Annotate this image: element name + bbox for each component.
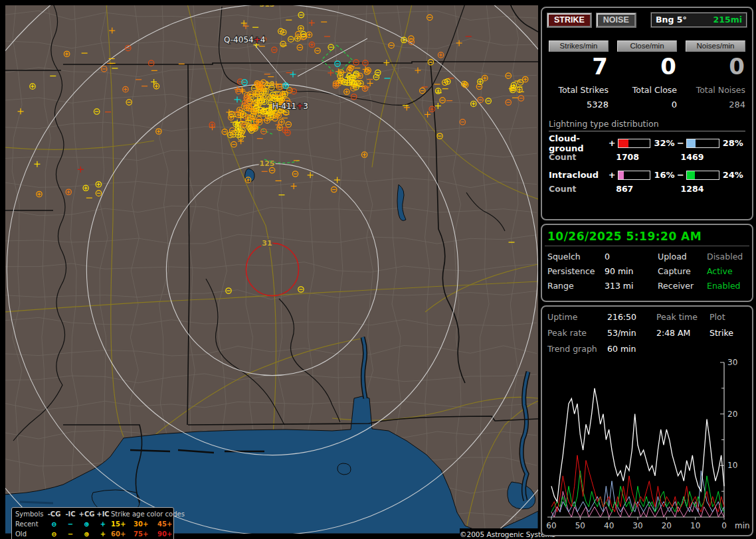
peak-rate-label: Peak rate <box>547 328 607 338</box>
peak-rate-value: 53/min <box>607 328 656 338</box>
lightning-map[interactable]: 31125219313 Q-4054+4H-411+3 Symbols -CG … <box>5 5 538 534</box>
squelch-label: Squelch <box>547 252 605 262</box>
cloud-ground-row: Cloud-ground + 32% − 28% <box>549 137 745 150</box>
ic-negative-pct: 24% <box>721 170 745 180</box>
close-per-min-value: 0 <box>617 55 677 79</box>
count-label: Count <box>549 184 616 194</box>
count-label: Count <box>549 152 616 162</box>
receiver-status: Enabled <box>707 281 747 291</box>
upload-status: Disabled <box>707 252 747 262</box>
svg-text:31: 31 <box>262 239 272 248</box>
svg-text:20: 20 <box>727 410 737 419</box>
peak-time-value: 2:48 AM <box>656 328 709 338</box>
svg-text:60: 60 <box>546 521 556 530</box>
close-column: Close/min 0 Total Close 0 <box>617 40 677 110</box>
strikes-per-min-value: 7 <box>549 55 609 79</box>
recent-cg-neg-icon: ⊖ <box>46 519 62 529</box>
ic-positive-count: 867 <box>616 184 680 194</box>
squelch-value: 0 <box>605 252 658 262</box>
persistence-value: 90 min <box>605 266 658 276</box>
range-value: 215mi <box>713 15 742 25</box>
map-canvas[interactable]: 31125219313 Q-4054+4H-411+3 <box>5 5 538 534</box>
intracloud-row: Intracloud + 16% − 24% <box>549 169 745 182</box>
status-panel: 10/26/2025 5:19:20 AM Squelch 0 Upload D… <box>541 224 753 302</box>
capture-status: Active <box>707 266 747 276</box>
legend-col-ic-neg: -IC <box>62 509 78 519</box>
current-datetime: 10/26/2025 5:19:20 AM <box>542 225 752 246</box>
total-strikes-label: Total Strikes <box>549 85 609 95</box>
close-per-min-button[interactable]: Close/min <box>617 40 677 52</box>
age-60-label: 60+ <box>111 529 134 539</box>
distribution-title: Lightning type distribution <box>549 119 745 131</box>
svg-text:20: 20 <box>662 521 672 530</box>
old-cg-neg-icon: ⊖ <box>46 529 62 539</box>
noises-per-min-button[interactable]: Noises/min <box>686 40 745 52</box>
legend-row-old-label: Old <box>15 529 46 539</box>
legend-col-cg-neg: -CG <box>46 509 62 519</box>
ic-positive-pct: 16% <box>652 170 676 180</box>
noises-column: Noises/min 0 Total Noises 284 <box>686 40 745 110</box>
persistence-label: Persistence <box>547 266 605 276</box>
total-noises-label: Total Noises <box>686 85 745 95</box>
legend-row-recent-label: Recent <box>15 519 46 529</box>
legend-col-cg-pos: +CG <box>78 509 95 519</box>
trend-panel: Uptime 216:50 Peak time Plot Peak rate 5… <box>541 305 753 536</box>
trend-graph-window: 60 min <box>607 344 656 354</box>
cloud-ground-label: Cloud-ground <box>549 133 608 153</box>
plus-sign: + <box>608 138 615 148</box>
age-75-label: 75+ <box>134 529 157 539</box>
recent-cg-pos-icon: ⊕ <box>78 519 95 529</box>
cg-positive-pct: 32% <box>652 138 676 148</box>
old-ic-neg-icon: − <box>62 529 78 539</box>
total-close-label: Total Close <box>617 85 677 95</box>
svg-text:40: 40 <box>604 521 614 530</box>
map-legend: Symbols -CG -IC +CG +IC Strike age color… <box>11 507 174 539</box>
bearing-value: Bng 5° <box>656 15 687 25</box>
svg-text:313: 313 <box>260 5 275 9</box>
strike-mode-button[interactable]: STRIKE <box>547 13 591 27</box>
legend-age-title: Strike age color codes <box>111 509 181 519</box>
svg-text:0: 0 <box>721 521 727 530</box>
minus-sign: − <box>677 138 684 148</box>
svg-text:10: 10 <box>690 521 700 530</box>
total-close-value: 0 <box>617 100 677 110</box>
strikes-per-min-button[interactable]: Strikes/min <box>549 40 609 52</box>
noises-per-min-value: 0 <box>686 55 745 79</box>
svg-text:50: 50 <box>575 521 585 530</box>
legend-col-ic-pos: +IC <box>95 509 111 519</box>
svg-text:30: 30 <box>727 358 737 367</box>
plot-label: Plot <box>709 312 747 322</box>
cg-positive-count: 1708 <box>616 152 680 162</box>
svg-text:min: min <box>735 521 750 530</box>
cursor-bearing-readout: Bng 5° 215mi <box>651 13 747 27</box>
lightning-distribution-section: Lightning type distribution Cloud-ground… <box>542 110 752 196</box>
plot-mode-value: Strike <box>709 328 747 338</box>
peak-time-label: Peak time <box>656 312 709 322</box>
age-15-label: 15+ <box>111 519 134 529</box>
svg-text:Q-4054+4: Q-4054+4 <box>224 35 265 44</box>
intracloud-label: Intracloud <box>549 170 608 180</box>
total-noises-value: 284 <box>686 100 745 110</box>
trend-graph-label: Trend graph <box>547 344 607 354</box>
uptime-value: 216:50 <box>607 312 656 322</box>
strike-trend-chart: 1020306050403020100min <box>542 356 752 536</box>
cg-negative-count: 1469 <box>681 152 745 162</box>
svg-text:30: 30 <box>632 521 642 530</box>
plus-sign: + <box>608 170 615 180</box>
age-45-label: 45+ <box>157 519 181 529</box>
stormvue-window: 31125219313 Q-4054+4H-411+3 Symbols -CG … <box>0 0 756 539</box>
age-90-label: 90+ <box>157 529 181 539</box>
capture-label: Capture <box>658 266 707 276</box>
svg-text:125: 125 <box>260 159 275 168</box>
intracloud-count-row: Count 867 1284 <box>549 182 745 196</box>
old-cg-pos-icon: ⊕ <box>78 529 95 539</box>
old-ic-pos-icon: + <box>95 529 111 539</box>
minus-sign: − <box>677 170 684 180</box>
ic-negative-count: 1284 <box>681 184 745 194</box>
legend-symbols-title: Symbols <box>15 509 46 519</box>
uptime-label: Uptime <box>547 312 607 322</box>
upload-label: Upload <box>658 252 707 262</box>
range-label: Range <box>547 281 605 291</box>
svg-text:H-411+3: H-411+3 <box>272 102 308 111</box>
noise-mode-button[interactable]: NOISE <box>597 13 636 27</box>
